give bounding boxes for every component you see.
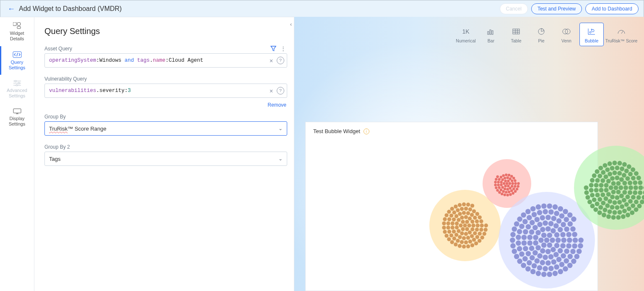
vuln-query-input[interactable]: vulnerabilities.severity:3 ✕ ? bbox=[44, 84, 287, 98]
svg-point-134 bbox=[501, 186, 504, 189]
asset-query-help-icon[interactable]: ? bbox=[277, 57, 284, 64]
asset-query-input[interactable]: operatingSystem:Windows and tags.name:Cl… bbox=[44, 53, 287, 68]
svg-point-249 bbox=[548, 266, 554, 271]
svg-point-133 bbox=[504, 188, 506, 190]
svg-point-364 bbox=[601, 170, 605, 175]
svg-point-333 bbox=[617, 200, 622, 204]
nav-label: Widget bbox=[10, 31, 24, 36]
collapse-panel-icon[interactable]: ‹ bbox=[287, 17, 295, 32]
chart-type-venn[interactable]: Venn bbox=[554, 23, 579, 46]
svg-point-114 bbox=[447, 210, 451, 214]
svg-point-297 bbox=[521, 212, 526, 218]
chart-type-table[interactable]: Table bbox=[504, 23, 528, 46]
clear-asset-query-icon[interactable]: ✕ bbox=[267, 57, 276, 64]
svg-point-26 bbox=[589, 31, 591, 33]
more-options-icon[interactable]: ⋮ bbox=[279, 45, 287, 52]
svg-point-227 bbox=[526, 251, 531, 257]
svg-point-264 bbox=[537, 210, 543, 215]
svg-point-299 bbox=[530, 206, 536, 212]
svg-point-252 bbox=[532, 263, 537, 269]
svg-point-187 bbox=[551, 247, 556, 252]
test-and-preview-button[interactable]: Test and Preview bbox=[531, 3, 582, 14]
svg-point-199 bbox=[560, 243, 566, 249]
svg-point-184 bbox=[547, 233, 553, 238]
svg-point-141 bbox=[511, 179, 513, 182]
svg-point-332 bbox=[622, 198, 626, 202]
sliders-icon bbox=[13, 80, 21, 86]
svg-point-106 bbox=[450, 240, 454, 244]
chart-type-pie[interactable]: Pie bbox=[529, 23, 553, 46]
svg-point-387 bbox=[590, 193, 595, 197]
svg-point-365 bbox=[605, 168, 610, 172]
svg-point-411 bbox=[626, 213, 630, 218]
svg-point-136 bbox=[500, 181, 502, 184]
svg-point-186 bbox=[554, 243, 560, 248]
svg-point-410 bbox=[630, 210, 634, 215]
svg-point-357 bbox=[601, 201, 605, 205]
svg-point-91 bbox=[472, 209, 476, 213]
nav-advanced-settings[interactable]: Advanced Settings bbox=[0, 75, 34, 103]
svg-point-358 bbox=[597, 197, 602, 202]
chart-type-bubble[interactable]: Bubble bbox=[579, 23, 604, 46]
svg-point-151 bbox=[497, 184, 499, 186]
svg-point-231 bbox=[523, 229, 528, 235]
cancel-button[interactable]: Cancel bbox=[500, 3, 528, 14]
svg-point-139 bbox=[506, 176, 509, 179]
svg-point-168 bbox=[504, 194, 506, 196]
add-to-dashboard-button[interactable]: Add to Dashboard bbox=[585, 3, 639, 14]
nav-query-settings[interactable]: Query Settings bbox=[0, 46, 34, 75]
nav-widget-details[interactable]: Widget Details bbox=[0, 17, 34, 46]
svg-point-93 bbox=[478, 215, 482, 219]
svg-rect-14 bbox=[490, 30, 491, 34]
svg-point-5 bbox=[15, 80, 16, 82]
svg-point-351 bbox=[628, 199, 633, 204]
chart-type-bar[interactable]: Bar bbox=[479, 23, 503, 46]
svg-point-198 bbox=[561, 238, 567, 243]
chevron-down-icon: ⌄ bbox=[278, 126, 283, 131]
svg-point-61 bbox=[451, 221, 454, 225]
group-by-select[interactable]: TruRisk™ Score Range ⌄ bbox=[44, 121, 287, 136]
back-arrow-icon[interactable]: ← bbox=[5, 5, 17, 13]
chart-type-trurisk[interactable]: TruRisk™ Score bbox=[605, 23, 638, 46]
svg-point-180 bbox=[547, 243, 553, 248]
svg-point-113 bbox=[444, 213, 448, 217]
svg-point-342 bbox=[608, 172, 612, 176]
nav-label: Display bbox=[9, 116, 24, 121]
svg-point-92 bbox=[475, 212, 479, 216]
svg-point-409 bbox=[634, 207, 639, 212]
svg-point-311 bbox=[616, 190, 621, 194]
remove-query-link[interactable]: Remove bbox=[44, 102, 286, 108]
svg-point-320 bbox=[610, 195, 615, 199]
svg-point-148 bbox=[502, 190, 505, 193]
clear-vuln-query-icon[interactable]: ✕ bbox=[267, 87, 276, 94]
svg-point-290 bbox=[512, 249, 517, 254]
group-by-2-select[interactable]: Tags ⌄ bbox=[44, 152, 287, 166]
svg-point-185 bbox=[556, 238, 561, 243]
svg-point-140 bbox=[509, 178, 512, 180]
svg-point-315 bbox=[616, 181, 621, 186]
chart-type-numerical[interactable]: 1K Numerical bbox=[454, 23, 478, 46]
svg-point-124 bbox=[507, 185, 509, 187]
svg-line-29 bbox=[621, 31, 623, 34]
svg-point-122 bbox=[506, 182, 508, 185]
svg-point-241 bbox=[566, 232, 571, 237]
vuln-query-help-icon[interactable]: ? bbox=[277, 87, 284, 94]
svg-point-109 bbox=[443, 230, 447, 233]
filter-icon[interactable] bbox=[270, 46, 279, 52]
svg-point-316 bbox=[623, 186, 628, 190]
svg-point-115 bbox=[450, 207, 454, 211]
svg-point-339 bbox=[599, 183, 604, 188]
bubble-icon bbox=[588, 26, 595, 37]
svg-point-277 bbox=[571, 259, 576, 264]
svg-point-296 bbox=[517, 217, 522, 222]
svg-point-236 bbox=[545, 215, 551, 220]
svg-point-352 bbox=[624, 202, 629, 207]
info-icon[interactable]: i bbox=[364, 128, 369, 134]
svg-point-82 bbox=[446, 225, 450, 229]
svg-point-157 bbox=[508, 174, 510, 176]
svg-point-380 bbox=[618, 210, 622, 215]
nav-display-settings[interactable]: Display Settings bbox=[0, 103, 34, 131]
svg-point-385 bbox=[595, 202, 600, 206]
svg-point-248 bbox=[554, 265, 559, 270]
nav-label: Advanced bbox=[7, 88, 27, 93]
